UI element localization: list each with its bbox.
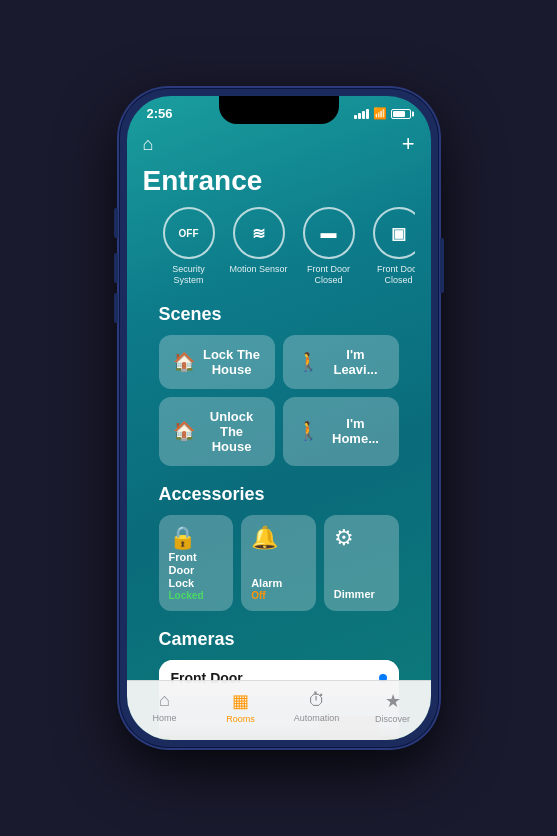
device-motion[interactable]: ≋ Motion Sensor <box>229 207 289 286</box>
home-icon: 🚶 <box>297 420 319 442</box>
unlock-house-label: Unlock The House <box>203 409 261 454</box>
frontdoor2-label: Front DoorClosed <box>377 264 415 286</box>
lock-card-title: Front DoorLock <box>169 551 224 591</box>
tab-discover-label: Discover <box>375 714 410 724</box>
motion-label: Motion Sensor <box>229 264 287 275</box>
scene-unlock-house[interactable]: 🏠 Unlock The House <box>159 397 275 466</box>
status-icons: 📶 <box>354 107 411 120</box>
scenes-grid: 🏠 Lock The House 🚶 I'm Leavi... 🏠 Unlock… <box>143 335 415 480</box>
page-title: Entrance <box>127 161 431 207</box>
frontdoor1-label: Front DoorClosed <box>307 264 350 286</box>
frontdoor1-circle-btn[interactable]: ▬ <box>303 207 355 259</box>
status-time: 2:56 <box>147 106 173 121</box>
tab-automation-icon: ⏱ <box>308 690 326 711</box>
tab-automation-label: Automation <box>294 713 340 723</box>
battery-icon <box>391 109 411 119</box>
cameras-title: Cameras <box>143 625 415 660</box>
alarm-card-icon: 🔔 <box>251 525 306 551</box>
device-frontdoor1[interactable]: ▬ Front DoorClosed <box>299 207 359 286</box>
content-area: OFF SecuritySystem ≋ Motion Sensor ▬ Fro… <box>127 207 431 740</box>
leaving-label: I'm Leavi... <box>327 347 385 377</box>
accessories-grid: 🔒 Front DoorLock Locked 🔔 Alarm Off ⚙ <box>143 515 415 626</box>
tab-home[interactable]: ⌂ Home <box>127 690 203 723</box>
home-nav-icon[interactable]: ⌂ <box>143 134 154 155</box>
lock-house-label: Lock The House <box>203 347 261 377</box>
lock-card-status: Locked <box>169 590 224 601</box>
motion-circle-btn[interactable]: ≋ <box>233 207 285 259</box>
lock-card-icon: 🔒 <box>169 525 224 551</box>
tab-discover[interactable]: ★ Discover <box>355 690 431 724</box>
tab-automation[interactable]: ⏱ Automation <box>279 690 355 723</box>
scene-im-leaving[interactable]: 🚶 I'm Leavi... <box>283 335 399 389</box>
unlock-house-icon: 🏠 <box>173 420 195 442</box>
add-button[interactable]: + <box>402 131 415 157</box>
accessory-dimmer[interactable]: ⚙ Dimmer <box>324 515 399 612</box>
alarm-card-status: Off <box>251 590 306 601</box>
tab-rooms-label: Rooms <box>226 714 255 724</box>
tab-home-icon: ⌂ <box>159 690 170 711</box>
alarm-card-title: Alarm <box>251 577 306 590</box>
phone-screen: 2:56 📶 ⌂ + Entrance <box>127 96 431 740</box>
accessory-frontdoor-lock[interactable]: 🔒 Front DoorLock Locked <box>159 515 234 612</box>
tab-bar: ⌂ Home ▦ Rooms ⏱ Automation ★ Discover <box>127 680 431 740</box>
scene-lock-house[interactable]: 🏠 Lock The House <box>159 335 275 389</box>
tab-discover-icon: ★ <box>385 690 401 712</box>
tab-home-label: Home <box>152 713 176 723</box>
home-label: I'm Home... <box>327 416 385 446</box>
phone-shell: 2:56 📶 ⌂ + Entrance <box>119 88 439 748</box>
device-frontdoor2[interactable]: ▣ Front DoorClosed <box>369 207 415 286</box>
top-bar: ⌂ + <box>127 125 431 161</box>
signal-icon <box>354 109 369 119</box>
accessory-alarm[interactable]: 🔔 Alarm Off <box>241 515 316 612</box>
scene-im-home[interactable]: 🚶 I'm Home... <box>283 397 399 466</box>
tab-rooms-icon: ▦ <box>232 690 249 712</box>
security-circle-btn[interactable]: OFF <box>163 207 215 259</box>
device-security[interactable]: OFF SecuritySystem <box>159 207 219 286</box>
wifi-icon: 📶 <box>373 107 387 120</box>
lock-house-icon: 🏠 <box>173 351 195 373</box>
notch <box>219 96 339 124</box>
scenes-title: Scenes <box>143 300 415 335</box>
leaving-icon: 🚶 <box>297 351 319 373</box>
device-circles-row: OFF SecuritySystem ≋ Motion Sensor ▬ Fro… <box>143 207 415 300</box>
tab-rooms[interactable]: ▦ Rooms <box>203 690 279 724</box>
dimmer-card-title: Dimmer <box>334 588 389 601</box>
accessories-title: Accessories <box>143 480 415 515</box>
security-label: SecuritySystem <box>172 264 205 286</box>
frontdoor2-circle-btn[interactable]: ▣ <box>373 207 415 259</box>
dimmer-card-icon: ⚙ <box>334 525 389 551</box>
